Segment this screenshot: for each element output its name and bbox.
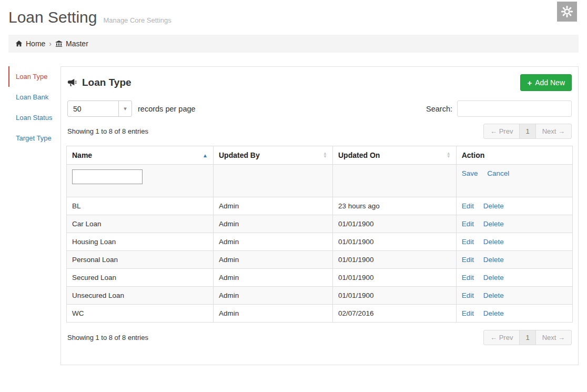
column-header-updated-by[interactable]: Updated By ▲▼ — [213, 146, 332, 165]
plus-icon: + — [527, 79, 532, 87]
breadcrumb-home-label: Home — [26, 39, 45, 48]
cell-name: Unsecured Loan — [67, 287, 214, 305]
page-number-button[interactable]: 1 — [519, 124, 535, 139]
loan-type-panel: Loan Type + Add New 50 ▾ records per pag… — [60, 66, 579, 365]
column-header-name[interactable]: Name ▲ — [67, 146, 214, 165]
cell-updated-by: Admin — [213, 269, 332, 287]
next-page-button[interactable]: Next → — [535, 124, 572, 139]
home-icon — [15, 40, 23, 47]
breadcrumb-home[interactable]: Home — [15, 39, 45, 48]
panel-header: Loan Type + Add New — [66, 72, 573, 97]
column-action-label: Action — [462, 151, 485, 159]
cell-name: WC — [67, 305, 214, 323]
pagination-top: ← Prev 1 Next → — [483, 124, 572, 139]
column-header-action: Action — [456, 146, 572, 165]
records-per-page-select[interactable]: 50 ▾ — [67, 100, 132, 117]
cell-updated-on: 02/07/2016 — [333, 305, 457, 323]
sort-asc-icon: ▲ — [203, 153, 208, 158]
sidebar-item-loan-status[interactable]: Loan Status — [8, 107, 60, 128]
delete-link[interactable]: Delete — [483, 256, 504, 264]
megaphone-icon — [67, 78, 77, 87]
page-title: Loan Setting — [8, 8, 97, 26]
cell-name: Car Loan — [67, 215, 214, 233]
breadcrumb: Home › Master — [8, 35, 579, 53]
sort-both-icon: ▲▼ — [323, 152, 327, 159]
entries-info-bottom: Showing 1 to 8 of 8 entries — [67, 334, 148, 341]
cell-name: Personal Loan — [67, 251, 214, 269]
delete-link[interactable]: Delete — [483, 220, 504, 228]
name-edit-input[interactable] — [72, 169, 143, 184]
sort-both-icon: ▲▼ — [447, 152, 451, 159]
sidebar-item-loan-bank[interactable]: Loan Bank — [8, 87, 60, 107]
edit-link[interactable]: Edit — [462, 238, 474, 246]
table-row: BL Admin 23 hours ago Edit Delete — [67, 197, 573, 215]
search-input[interactable] — [457, 100, 572, 117]
delete-link[interactable]: Delete — [483, 292, 504, 299]
cell-updated-on: 01/01/1900 — [333, 251, 457, 269]
table-row: Unsecured Loan Admin 01/01/1900 Edit Del… — [67, 287, 573, 305]
next-page-button[interactable]: Next → — [535, 330, 572, 345]
loan-type-table: Name ▲ Updated By ▲▼ — [66, 146, 573, 323]
cell-updated-on: 01/01/1900 — [333, 269, 457, 287]
edit-link[interactable]: Edit — [462, 292, 474, 299]
panel-title: Loan Type — [67, 77, 131, 88]
column-name-label: Name — [72, 151, 92, 159]
delete-link[interactable]: Delete — [483, 274, 504, 282]
column-header-updated-on[interactable]: Updated On ▲▼ — [333, 146, 457, 165]
cell-action: Edit Delete — [456, 287, 572, 305]
sidebar-item-target-type[interactable]: Target Type — [8, 128, 60, 148]
cell-action: Edit Delete — [456, 251, 572, 269]
prev-page-button[interactable]: ← Prev — [483, 330, 520, 345]
add-new-label: Add New — [535, 78, 565, 87]
table-row: Car Loan Admin 01/01/1900 Edit Delete — [67, 215, 573, 233]
cell-updated-by: Admin — [213, 215, 332, 233]
cell-name: Secured Loan — [67, 269, 214, 287]
cell-updated-by: Admin — [213, 197, 332, 215]
table-row: Housing Loan Admin 01/01/1900 Edit Delet… — [67, 233, 573, 251]
cell-updated-by: Admin — [213, 287, 332, 305]
add-new-button[interactable]: + Add New — [520, 74, 572, 91]
entries-info-top: Showing 1 to 8 of 8 entries — [67, 127, 148, 135]
caret-down-icon: ▾ — [118, 101, 131, 116]
cell-updated-by: Admin — [213, 233, 332, 251]
breadcrumb-master[interactable]: Master — [55, 39, 88, 48]
cell-updated-on: 01/01/1900 — [333, 233, 457, 251]
main-content: Loan Type Loan Bank Loan Status Target T… — [8, 66, 579, 365]
cell-updated-by: Admin — [213, 251, 332, 269]
records-selected-value: 50 — [68, 101, 118, 116]
pagination-bottom: ← Prev 1 Next → — [483, 330, 572, 345]
cell-updated-on: 23 hours ago — [333, 197, 457, 215]
delete-link[interactable]: Delete — [483, 309, 504, 317]
cell-action: Edit Delete — [456, 269, 572, 287]
cell-name-input — [67, 165, 214, 197]
cancel-link[interactable]: Cancel — [487, 169, 509, 177]
page-subtitle: Manage Core Settings — [103, 16, 171, 24]
bank-icon — [55, 40, 63, 47]
edit-link[interactable]: Edit — [462, 202, 474, 210]
cell-action: Edit Delete — [456, 197, 572, 215]
search-control: Search: — [426, 100, 572, 117]
edit-link[interactable]: Edit — [462, 274, 474, 282]
sidebar-item-loan-type[interactable]: Loan Type — [8, 66, 60, 87]
edit-link[interactable]: Edit — [462, 256, 474, 264]
cell-updated-on: 01/01/1900 — [333, 287, 457, 305]
cell-action: Edit Delete — [456, 233, 572, 251]
save-link[interactable]: Save — [462, 169, 478, 177]
delete-link[interactable]: Delete — [483, 202, 504, 210]
breadcrumb-master-label: Master — [66, 39, 88, 48]
cell-name: BL — [67, 197, 214, 215]
app-header: Loan Setting Manage Core Settings — [0, 0, 587, 33]
edit-link[interactable]: Edit — [462, 220, 474, 228]
table-row: Secured Loan Admin 01/01/1900 Edit Delet… — [67, 269, 573, 287]
delete-link[interactable]: Delete — [483, 238, 504, 246]
cell-action: Edit Delete — [456, 215, 572, 233]
edit-link[interactable]: Edit — [462, 309, 474, 317]
cell-updated-by: Admin — [213, 305, 332, 323]
settings-button[interactable] — [557, 2, 577, 22]
column-updated-on-label: Updated On — [338, 151, 380, 159]
panel-heading-text: Loan Type — [82, 77, 131, 88]
page-number-button[interactable]: 1 — [519, 330, 535, 345]
gear-icon — [561, 6, 573, 17]
table-info-top: Showing 1 to 8 of 8 entries ← Prev 1 Nex… — [66, 118, 573, 144]
prev-page-button[interactable]: ← Prev — [483, 124, 520, 139]
